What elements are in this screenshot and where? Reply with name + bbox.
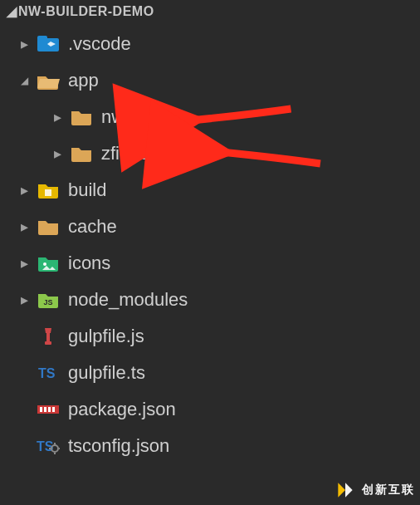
chevron-closed-icon[interactable] xyxy=(17,291,32,309)
tree-label: gulpfile.js xyxy=(68,326,144,347)
svg-rect-6 xyxy=(45,341,51,345)
svg-rect-2 xyxy=(45,189,51,196)
file-tree: .vscodeappnw-demozfile-explorerbuildcach… xyxy=(0,24,420,464)
svg-text:TS: TS xyxy=(37,439,54,454)
tree-row-tsconfig[interactable]: TStsconfig.json xyxy=(0,428,420,464)
svg-rect-9 xyxy=(40,407,42,412)
svg-rect-10 xyxy=(44,407,46,412)
folder-open-icon xyxy=(37,69,60,92)
tree-row-vscode[interactable]: .vscode xyxy=(0,26,420,62)
tree-label: nw-demo xyxy=(101,106,176,128)
svg-text:JS: JS xyxy=(43,298,52,306)
file-ts-icon: TS xyxy=(37,361,60,385)
folder-build-icon xyxy=(37,179,60,202)
tree-label: package.json xyxy=(68,399,176,420)
chevron-closed-icon[interactable] xyxy=(50,145,65,163)
tree-row-zfile[interactable]: zfile-explorer xyxy=(0,135,420,172)
file-gulp-icon xyxy=(37,325,60,348)
chevron-open-icon[interactable] xyxy=(17,72,32,90)
svg-text:TS: TS xyxy=(38,366,56,380)
chevron-down-icon: ◢ xyxy=(5,3,18,19)
svg-rect-5 xyxy=(46,333,50,341)
tree-label: icons xyxy=(68,252,110,274)
chevron-closed-icon[interactable] xyxy=(17,181,32,199)
tree-label: .vscode xyxy=(68,33,131,55)
file-npm-icon xyxy=(37,398,60,421)
folder-node-icon: JS xyxy=(37,288,60,311)
tree-label: build xyxy=(68,179,106,201)
folder-icon xyxy=(37,215,60,238)
tree-row-packagejson[interactable]: package.json xyxy=(0,391,420,428)
tree-row-gulpfilets[interactable]: TSgulpfile.ts xyxy=(0,355,420,391)
chevron-closed-icon[interactable] xyxy=(17,218,32,236)
tree-label: zfile-explorer xyxy=(101,143,206,164)
tree-row-gulpfilejs[interactable]: gulpfile.js xyxy=(0,318,420,355)
chevron-closed-icon[interactable] xyxy=(17,35,32,53)
folder-images-icon xyxy=(37,252,60,275)
tree-row-cache[interactable]: cache xyxy=(0,208,420,245)
watermark-text: 创新互联 xyxy=(362,483,415,498)
chevron-closed-icon[interactable] xyxy=(50,108,65,126)
folder-vscode-icon xyxy=(37,32,60,56)
explorer-header[interactable]: ◢ NW-BUILDER-DEMO xyxy=(0,0,420,24)
tree-row-node_modules[interactable]: JSnode_modules xyxy=(0,282,420,318)
tree-row-icons[interactable]: icons xyxy=(0,245,420,282)
watermark: 创新互联 xyxy=(334,478,415,502)
folder-icon xyxy=(70,142,93,165)
chevron-closed-icon[interactable] xyxy=(17,254,32,272)
tree-row-nw-demo[interactable]: nw-demo xyxy=(0,99,420,135)
watermark-logo-icon xyxy=(334,478,357,502)
tree-row-build[interactable]: build xyxy=(0,172,420,208)
svg-rect-11 xyxy=(48,407,51,412)
folder-icon xyxy=(70,105,93,129)
svg-rect-1 xyxy=(37,36,47,41)
svg-rect-12 xyxy=(52,407,55,412)
svg-point-3 xyxy=(43,262,46,266)
tree-row-app[interactable]: app xyxy=(0,62,420,99)
tree-label: cache xyxy=(68,216,117,238)
project-title: NW-BUILDER-DEMO xyxy=(18,4,154,19)
file-tsconfig-icon: TS xyxy=(37,434,60,458)
tree-label: tsconfig.json xyxy=(68,435,169,457)
tree-label: gulpfile.ts xyxy=(68,362,145,384)
tree-label: app xyxy=(68,70,99,91)
tree-label: node_modules xyxy=(68,289,188,311)
